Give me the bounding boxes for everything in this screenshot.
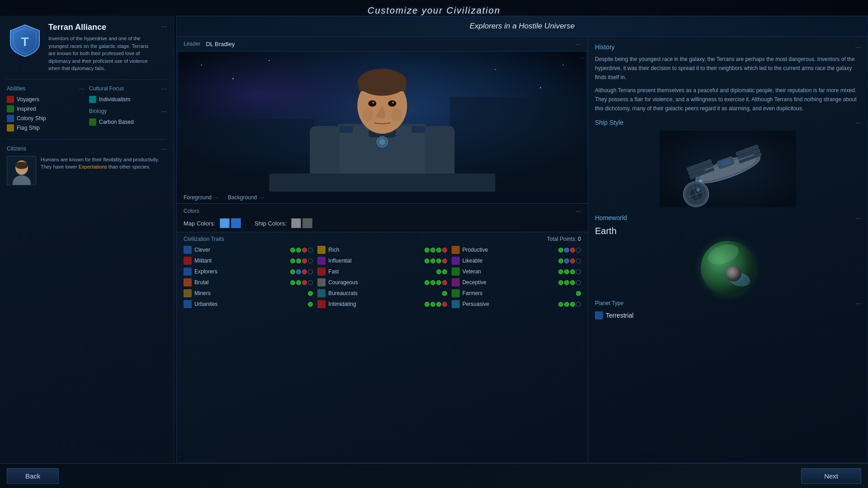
trait-dot-3[interactable] — [308, 269, 313, 274]
trait-dot-1[interactable] — [296, 269, 301, 274]
trait-dot-0[interactable] — [558, 280, 563, 285]
trait-dot-0[interactable] — [290, 280, 295, 285]
map-color-swatch-2[interactable] — [231, 218, 241, 228]
trait-dot-1[interactable] — [564, 302, 569, 307]
trait-dot-0[interactable] — [436, 269, 441, 274]
trait-dot-0[interactable] — [558, 258, 563, 263]
trait-dots-rich[interactable] — [425, 248, 447, 253]
trait-dot-1[interactable] — [564, 258, 569, 263]
trait-dot-3[interactable] — [442, 258, 447, 263]
trait-item-bureaucrats[interactable]: Bureaucrats — [317, 289, 447, 297]
trait-dot-1[interactable] — [296, 280, 301, 285]
trait-dot-1[interactable] — [564, 269, 569, 274]
trait-dot-3[interactable] — [576, 258, 581, 263]
trait-dots-explorers[interactable] — [290, 269, 313, 274]
trait-dot-0[interactable] — [558, 302, 563, 307]
leader-edit-button[interactable]: ··· — [580, 55, 584, 61]
trait-dot-1[interactable] — [430, 248, 435, 253]
trait-dot-3[interactable] — [308, 280, 313, 285]
trait-dot-2[interactable] — [570, 280, 575, 285]
trait-dots-brutal[interactable] — [290, 280, 313, 285]
ship-color-swatch-2[interactable] — [302, 218, 312, 228]
trait-dot-1[interactable] — [296, 258, 301, 263]
trait-dots-bureaucrats[interactable] — [442, 291, 447, 296]
trait-dot-0[interactable] — [576, 291, 581, 296]
trait-dot-0[interactable] — [308, 291, 313, 296]
next-button[interactable]: Next — [801, 468, 861, 484]
background-more[interactable]: ··· — [259, 194, 264, 201]
trait-item-clever[interactable]: Clever — [184, 246, 313, 254]
trait-dot-1[interactable] — [430, 280, 435, 285]
background-button[interactable]: Background ··· — [228, 194, 264, 201]
trait-dots-influential[interactable] — [425, 258, 447, 263]
map-color-swatch-1[interactable] — [220, 218, 230, 228]
trait-item-productive[interactable]: Productive — [452, 246, 581, 254]
trait-dot-0[interactable] — [290, 258, 295, 263]
citizen-expectations-link[interactable]: Expectations — [79, 164, 107, 169]
trait-dot-3[interactable] — [442, 302, 447, 307]
trait-dot-0[interactable] — [425, 280, 429, 285]
trait-dots-deceptive[interactable] — [558, 280, 581, 285]
trait-dots-persuasive[interactable] — [558, 302, 581, 307]
trait-dots-courageous[interactable] — [425, 280, 447, 285]
trait-dot-3[interactable] — [576, 248, 581, 253]
back-button[interactable]: Back — [7, 468, 59, 484]
trait-dots-miners[interactable] — [308, 291, 313, 296]
trait-dots-fast[interactable] — [436, 269, 447, 274]
trait-item-fast[interactable]: Fast — [317, 267, 447, 276]
trait-item-brutal[interactable]: Brutal — [184, 278, 313, 286]
trait-dot-0[interactable] — [290, 269, 295, 274]
trait-dot-3[interactable] — [308, 258, 313, 263]
trait-item-explorers[interactable]: Explorers — [184, 267, 313, 276]
civ-more-button[interactable]: ··· — [161, 23, 167, 30]
trait-dot-3[interactable] — [442, 248, 447, 253]
ship-color-swatch-1[interactable] — [291, 218, 301, 228]
history-more-button[interactable]: ··· — [855, 43, 861, 51]
trait-dots-intimidating[interactable] — [425, 302, 447, 307]
trait-item-likeable[interactable]: Likeable — [452, 257, 581, 265]
trait-dot-3[interactable] — [576, 269, 581, 274]
trait-item-militant[interactable]: Militant — [184, 257, 313, 265]
trait-dot-2[interactable] — [436, 302, 441, 307]
cultural-focus-more-button[interactable]: ··· — [161, 85, 167, 92]
trait-dot-1[interactable] — [430, 302, 435, 307]
trait-dot-2[interactable] — [570, 302, 575, 307]
trait-dot-0[interactable] — [558, 269, 563, 274]
biology-more-button[interactable]: ··· — [161, 108, 167, 115]
foreground-more[interactable]: ··· — [214, 194, 219, 201]
trait-dots-veteran[interactable] — [558, 269, 581, 274]
trait-dot-0[interactable] — [425, 248, 429, 253]
trait-item-farmers[interactable]: Farmers — [452, 289, 581, 297]
trait-dot-2[interactable] — [436, 248, 441, 253]
trait-dot-1[interactable] — [564, 248, 569, 253]
trait-item-influential[interactable]: Influential — [317, 257, 447, 265]
citizens-more-button[interactable]: ··· — [161, 145, 167, 152]
trait-dot-2[interactable] — [302, 280, 307, 285]
homeworld-more-button[interactable]: ··· — [855, 214, 861, 221]
trait-dot-2[interactable] — [302, 258, 307, 263]
trait-item-intimidating[interactable]: Intimidating — [317, 300, 447, 308]
abilities-more-button[interactable]: ··· — [79, 85, 85, 92]
trait-dot-2[interactable] — [570, 248, 575, 253]
trait-dot-2[interactable] — [570, 269, 575, 274]
trait-item-courageous[interactable]: Courageous — [317, 278, 447, 286]
trait-dot-2[interactable] — [436, 280, 441, 285]
trait-dot-0[interactable] — [290, 248, 295, 253]
trait-dot-3[interactable] — [576, 280, 581, 285]
trait-item-miners[interactable]: Miners — [184, 289, 313, 297]
map-color-swatches[interactable] — [220, 218, 241, 228]
trait-item-urbanites[interactable]: Urbanites — [184, 300, 313, 308]
trait-dot-0[interactable] — [442, 291, 447, 296]
leader-more-button[interactable]: ··· — [576, 40, 581, 47]
foreground-button[interactable]: Foreground ··· — [184, 194, 219, 201]
trait-dots-productive[interactable] — [558, 248, 581, 253]
colors-more-button[interactable]: ··· — [576, 207, 581, 215]
trait-dot-2[interactable] — [302, 248, 307, 253]
trait-dot-2[interactable] — [570, 258, 575, 263]
trait-dot-1[interactable] — [296, 248, 301, 253]
trait-dot-0[interactable] — [308, 302, 313, 307]
trait-item-deceptive[interactable]: Deceptive — [452, 278, 581, 286]
ship-style-more-button[interactable]: ··· — [855, 119, 861, 126]
trait-item-persuasive[interactable]: Persuasive — [452, 300, 581, 308]
planet-type-more-button[interactable]: ··· — [855, 300, 861, 307]
